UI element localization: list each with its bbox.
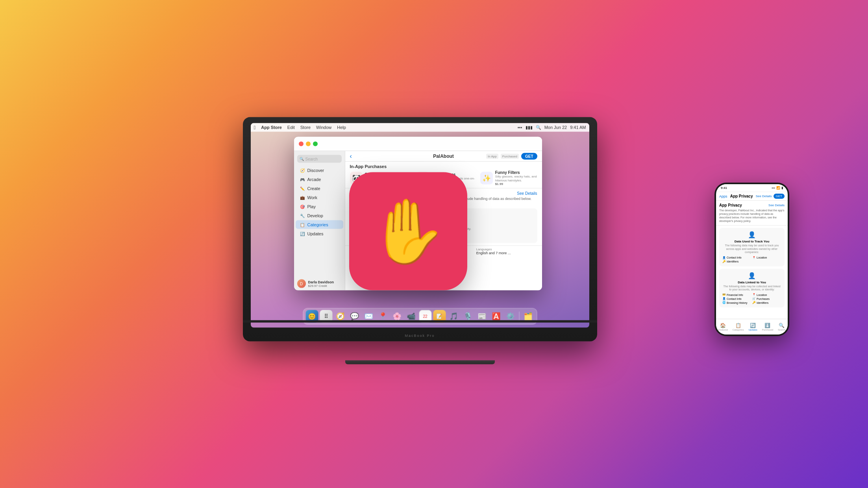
iphone-app-privacy-see-details[interactable]: See Details [768,203,785,207]
featured-nav-icon: 🏠 [720,323,726,328]
funny-filters-icon: ✨ [480,172,493,184]
iphone-nav-featured[interactable]: 🏠 Featured [718,323,728,331]
tracked-location-icon: 📍 [752,256,756,259]
iphone-nav-search[interactable]: 🔍 Search [778,323,785,331]
tracked-identifiers-item: 🔑 Identifiers [722,260,751,263]
iap-section-title: In-App Purchases [345,162,542,170]
iphone-privacy-header-row: App Privacy See Details [719,203,785,207]
menubar-store[interactable]: Store [300,125,311,130]
iphone-back-button[interactable]: Apps [719,194,727,198]
maximize-button[interactable] [313,141,318,146]
tracked-identifiers-icon: 🔑 [722,260,726,263]
sidebar: 🔍 Search 🧭 Discover 🎮 Arcade ✏️ Create [294,151,345,290]
iphone: 9:41 ▪▪▪ 📶 ▮ Apps App Privacy See Detail… [714,183,789,336]
back-button[interactable]: ‹ [350,153,352,160]
sidebar-label-play: Play [307,204,316,209]
linked-browsing-label: Browsing History [727,301,748,304]
see-details-link[interactable]: See Details [517,191,537,195]
photos-icon: 🌸 [392,312,401,321]
search-placeholder: Search [305,157,318,161]
menubar-time: 9:41 AM [570,125,586,130]
updates-nav-icon: 🔄 [750,323,756,328]
sidebar-item-discover[interactable]: 🧭 Discover [296,166,343,175]
search-nav-label: Search [778,329,785,331]
app-icon-overlay: ✋ [349,172,467,290]
sidebar-item-arcade[interactable]: 🎮 Arcade [296,175,343,184]
linked-purchases-label: Purchases [757,298,770,300]
iphone-get-button[interactable]: GET [774,194,785,199]
folder-icon: 🗂️ [524,312,532,321]
iphone-tracked-items: 👤 Contact Info 📍 Location 🔑 Identifiers [722,256,781,263]
languages-info: Languages English and 7 more ... [476,248,537,255]
iphone-battery: ▮ [781,186,783,190]
filters-info: Funny Filters Silly glasses, wacky hats,… [495,170,537,186]
linked-financial-icon: 💳 [722,293,726,296]
minimize-button[interactable] [306,141,311,146]
iphone-tracked-icon: 👤 [722,231,781,238]
iphone-nav-title: App Privacy [729,194,754,198]
sidebar-label-discover: Discover [307,168,324,173]
purchased-nav-label: Purchased [762,329,774,331]
categories-icon: 📋 [300,222,305,227]
sidebar-item-create[interactable]: ✏️ Create [296,184,343,193]
systemprefs-icon: ⚙️ [506,312,515,321]
linked-identifiers-icon: 🔑 [752,301,756,304]
menubar-search[interactable]: 🔍 [536,125,541,130]
purchased-nav-icon: ⬇️ [764,323,770,328]
sidebar-item-updates[interactable]: 🔄 Updates [296,229,343,238]
linked-contact-item: 👤 Contact Info [722,297,751,300]
menubar-right: ▪▪▪ ▮▮▮ 🔍 Mon Jun 22 9:41 AM [518,125,586,130]
iphone-nav-updates[interactable]: 🔄 Updates [748,323,757,331]
arcade-icon: 🎮 [300,177,305,182]
iphone-privacy-desc: The developer, PalAbout Inc., indicated … [719,209,785,223]
develop-icon: 🔧 [300,213,305,218]
iphone-data-linked-card: 👤 Data Linked to You The following data … [719,269,785,308]
close-button[interactable] [299,141,304,146]
tracked-location-label: Location [757,256,767,259]
hand-stop-icon: ✋ [369,200,448,263]
user-profile[interactable]: D Darla Davidson $29.97 Credit [297,279,334,288]
iphone-app-privacy-title: App Privacy [719,203,742,207]
avatar: D [297,279,306,288]
sidebar-item-work[interactable]: 💼 Work [296,193,343,202]
notes-icon: 📝 [437,314,442,319]
categories-nav-label: Categories [733,329,744,331]
filters-desc: Silly glasses, wacky hats, and hilarious… [495,175,537,182]
menubar-wifi: ▪▪▪ [518,125,522,130]
get-button[interactable]: GET [521,153,537,159]
iphone-signal: ▪▪▪ [772,186,775,190]
linked-location-icon: 📍 [752,293,756,296]
work-icon: 💼 [300,195,305,200]
linked-purchases-item: 🛒 Purchases [752,297,781,300]
sidebar-item-develop[interactable]: 🔧 Develop [296,211,343,220]
iphone-tracked-title: Data Used to Track You [722,240,781,243]
iphone-nav-actions: See Details GET [756,194,785,199]
menubar-window[interactable]: Window [316,125,331,130]
linked-identifiers-label: Identifiers [757,301,768,304]
menubar-help[interactable]: Help [337,125,346,130]
sidebar-item-play[interactable]: 🎯 Play [296,202,343,211]
updates-nav-label: Updates [748,329,757,331]
iphone-linked-items: 💳 Financial Info 📍 Location 👤 Contact In… [722,293,781,304]
iphone-nav-purchased[interactable]: ⬇️ Purchased [762,323,774,331]
menubar-appstore[interactable]: App Store [261,125,282,130]
menubar-edit[interactable]: Edit [287,125,295,130]
linked-browsing-item: 🌐 Browsing History [722,301,751,304]
apple-menu[interactable]:  [254,124,256,130]
sidebar-item-categories[interactable]: 📋 Categories [296,220,343,229]
iphone-see-details[interactable]: See Details [756,194,772,198]
macbook-label: MacBook Pro [405,334,435,338]
iphone-nav-categories[interactable]: 📋 Categories [733,323,744,331]
linked-location-item: 📍 Location [752,293,781,296]
search-bar[interactable]: 🔍 Search [297,155,342,163]
iphone-status-icons: ▪▪▪ 📶 ▮ [772,186,783,190]
iap-item-filters[interactable]: ✨ Funny Filters Silly glasses, wacky hat… [480,170,537,186]
iphone-time: 9:41 [721,186,727,190]
profile-info: Darla Davidson $29.97 Credit [308,280,334,287]
laptop-hinge [243,320,597,323]
languages-value: English and 7 more ... [476,251,537,255]
sidebar-label-categories: Categories [307,222,328,227]
menubar-battery: ▮▮▮ [526,125,533,130]
categories-nav-icon: 📋 [735,323,741,328]
linked-location-label: Location [757,294,767,296]
